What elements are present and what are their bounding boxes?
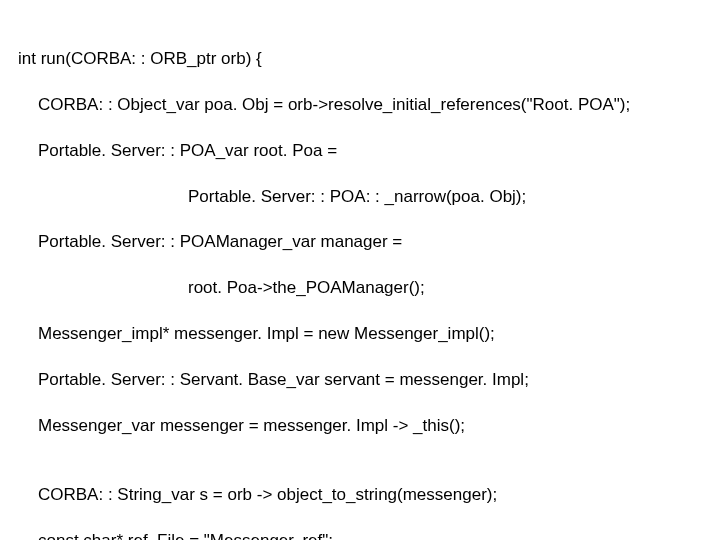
code-line: Portable. Server: : POAManager_var manag… (18, 231, 702, 254)
code-snippet: int run(CORBA: : ORB_ptr orb) { CORBA: :… (18, 25, 702, 540)
code-line: Messenger_impl* messenger. Impl = new Me… (18, 323, 702, 346)
code-line: const char* ref. File = "Messenger. ref"… (18, 530, 702, 540)
code-line: CORBA: : Object_var poa. Obj = orb->reso… (18, 94, 702, 117)
code-line: Portable. Server: : POA_var root. Poa = (18, 140, 702, 163)
code-line: int run(CORBA: : ORB_ptr orb) { (18, 48, 702, 71)
code-line: Messenger_var messenger = messenger. Imp… (18, 415, 702, 438)
code-line: Portable. Server: : Servant. Base_var se… (18, 369, 702, 392)
code-line: root. Poa->the_POAManager(); (18, 277, 702, 300)
code-line: Portable. Server: : POA: : _narrow(poa. … (18, 186, 702, 209)
code-line: CORBA: : String_var s = orb -> object_to… (18, 484, 702, 507)
